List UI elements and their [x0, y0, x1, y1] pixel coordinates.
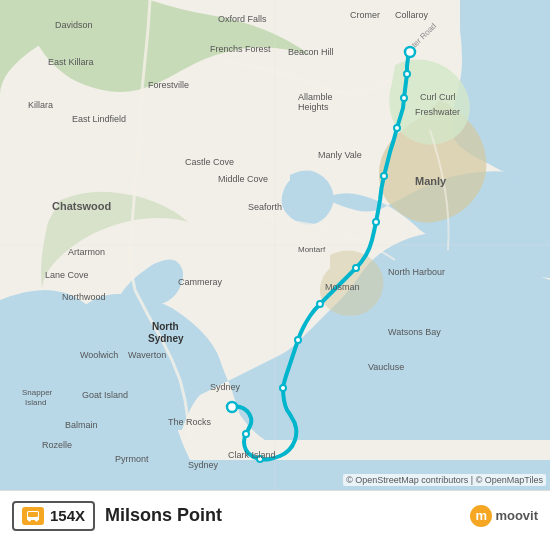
- footer: 154X Milsons Point m moovit: [0, 490, 550, 540]
- svg-rect-64: [27, 518, 39, 520]
- svg-text:Clark Island: Clark Island: [228, 450, 276, 460]
- svg-point-9: [373, 219, 379, 225]
- bus-icon: [22, 507, 44, 525]
- svg-rect-61: [28, 512, 38, 517]
- svg-text:Lane Cove: Lane Cove: [45, 270, 89, 280]
- svg-text:Manly: Manly: [415, 175, 447, 187]
- svg-text:Davidson: Davidson: [55, 20, 93, 30]
- svg-text:Curl Curl: Curl Curl: [420, 92, 456, 102]
- svg-text:Artarmon: Artarmon: [68, 247, 105, 257]
- svg-point-11: [317, 301, 323, 307]
- moovit-text: moovit: [495, 508, 538, 523]
- svg-text:East Killara: East Killara: [48, 57, 94, 67]
- route-number: 154X: [50, 507, 85, 524]
- svg-text:Heights: Heights: [298, 102, 329, 112]
- svg-point-13: [280, 385, 286, 391]
- svg-text:Montarf: Montarf: [298, 245, 326, 254]
- svg-text:East Lindfield: East Lindfield: [72, 114, 126, 124]
- svg-point-8: [381, 173, 387, 179]
- svg-text:Middle Cove: Middle Cove: [218, 174, 268, 184]
- svg-text:Chatswood: Chatswood: [52, 200, 111, 212]
- svg-text:Watsons Bay: Watsons Bay: [388, 327, 441, 337]
- svg-text:Woolwich: Woolwich: [80, 350, 118, 360]
- destination-name: Milsons Point: [105, 505, 460, 526]
- svg-text:Oxford Falls: Oxford Falls: [218, 14, 267, 24]
- svg-text:Forestville: Forestville: [148, 80, 189, 90]
- svg-text:Freshwater: Freshwater: [415, 107, 460, 117]
- moovit-logo: m moovit: [470, 505, 538, 527]
- svg-text:Cromer: Cromer: [350, 10, 380, 20]
- svg-text:Sydney: Sydney: [148, 333, 184, 344]
- svg-text:Castle Cove: Castle Cove: [185, 157, 234, 167]
- moovit-icon: m: [470, 505, 492, 527]
- svg-point-6: [401, 95, 407, 101]
- svg-text:Sydney: Sydney: [188, 460, 219, 470]
- svg-text:North Harbour: North Harbour: [388, 267, 445, 277]
- svg-point-4: [227, 402, 237, 412]
- svg-text:Beacon Hill: Beacon Hill: [288, 47, 334, 57]
- svg-text:Rozelle: Rozelle: [42, 440, 72, 450]
- svg-point-12: [295, 337, 301, 343]
- svg-text:Island: Island: [25, 398, 46, 407]
- svg-text:Vaucluse: Vaucluse: [368, 362, 404, 372]
- svg-point-5: [404, 71, 410, 77]
- svg-point-15: [243, 431, 249, 437]
- svg-text:Waverton: Waverton: [128, 350, 166, 360]
- map-container: Davidson Oxford Falls Cromer Collaroy Fr…: [0, 0, 550, 490]
- svg-text:Balmain: Balmain: [65, 420, 98, 430]
- svg-text:Killara: Killara: [28, 100, 53, 110]
- svg-point-3: [405, 47, 415, 57]
- svg-text:Pyrmont: Pyrmont: [115, 454, 149, 464]
- svg-text:North: North: [152, 321, 179, 332]
- svg-text:Mosman: Mosman: [325, 282, 360, 292]
- map-attribution: © OpenStreetMap contributors | © OpenMap…: [343, 474, 546, 486]
- svg-text:Collaroy: Collaroy: [395, 10, 429, 20]
- svg-text:Goat Island: Goat Island: [82, 390, 128, 400]
- svg-text:Seaforth: Seaforth: [248, 202, 282, 212]
- svg-text:Manly Vale: Manly Vale: [318, 150, 362, 160]
- svg-text:Allamble: Allamble: [298, 92, 333, 102]
- svg-text:Northwood: Northwood: [62, 292, 106, 302]
- svg-text:Sydney: Sydney: [210, 382, 241, 392]
- svg-text:Cammeray: Cammeray: [178, 277, 223, 287]
- route-badge: 154X: [12, 501, 95, 531]
- svg-point-7: [394, 125, 400, 131]
- svg-text:The Rocks: The Rocks: [168, 417, 212, 427]
- svg-point-10: [353, 265, 359, 271]
- svg-text:Frenchs Forest: Frenchs Forest: [210, 44, 271, 54]
- svg-text:Snapper: Snapper: [22, 388, 53, 397]
